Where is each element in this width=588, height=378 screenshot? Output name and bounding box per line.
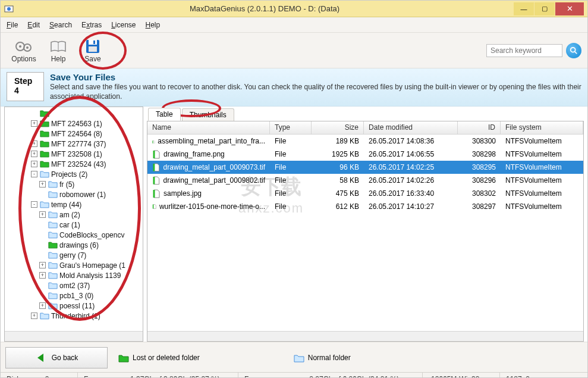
cell-fs: NTFSVolumeItem [501, 163, 583, 171]
folder-blue-icon [40, 201, 49, 208]
tree-node[interactable]: +MFT 232524 (43) [6, 159, 143, 169]
table-header: Name Type Size Date modified ID File sys… [147, 121, 583, 135]
tree-node[interactable]: CodeBlocks_opencv [6, 230, 143, 240]
cell-id: 308300 [458, 137, 501, 145]
maximize-button[interactable] [534, 2, 555, 15]
expand-icon[interactable]: - [31, 201, 37, 208]
cell-fs: NTFSVolumeItem [501, 150, 583, 158]
tree-node[interactable]: +Thunderbird (1) [6, 311, 143, 321]
go-back-button[interactable]: Go back [5, 347, 108, 368]
menu-search[interactable]: Search [45, 18, 77, 32]
table-scrollbar[interactable] [147, 331, 583, 341]
file-icon [152, 163, 161, 172]
tree-node-label: MFT 232508 (1) [51, 150, 102, 158]
tree-node[interactable]: MFT 224564 (8) [6, 129, 143, 139]
legend-normal-label: Normal folder [308, 354, 351, 362]
menu-license[interactable]: License [106, 18, 140, 32]
col-date[interactable]: Date modified [364, 121, 458, 134]
tab-thumbnails[interactable]: Thumbnails [182, 108, 234, 121]
tree-node[interactable]: car (1) [6, 220, 143, 230]
tree-node[interactable]: +Mold Analysis 1139 [6, 270, 143, 280]
expand-icon[interactable]: + [31, 120, 37, 127]
app-icon [4, 4, 14, 14]
status-extra: 1187, 0 [500, 373, 587, 378]
table-row[interactable]: wurlitzer-1015-one-more-time-o...File612… [147, 200, 583, 213]
folder-blue-icon [48, 292, 58, 299]
tree-node-label: car (1) [59, 221, 80, 229]
file-icon [152, 137, 155, 146]
col-fs[interactable]: File system [501, 121, 583, 134]
tree-scrollbar[interactable] [5, 331, 143, 341]
help-button[interactable]: Help [41, 35, 76, 67]
tree-node[interactable]: +Grau's Homepage (1 [6, 260, 143, 270]
folder-blue-icon [40, 170, 49, 178]
table-body: assembling_metal_part_into_fra...File189… [147, 135, 583, 331]
tree-node-label: CodeBlocks_opencv [59, 231, 124, 239]
col-name[interactable]: Name [147, 121, 270, 134]
expand-icon[interactable]: + [39, 262, 46, 268]
file-icon [152, 189, 161, 198]
folder-green-icon [40, 130, 49, 138]
tree-node[interactable]: +MFT 227774 (37) [6, 139, 143, 149]
expand-icon[interactable]: + [39, 302, 46, 309]
file-icon [152, 176, 161, 185]
menu-file[interactable]: File [2, 18, 23, 32]
save-button[interactable]: Save [76, 35, 110, 67]
expand-icon[interactable]: + [39, 211, 46, 218]
table-row[interactable]: assembling_metal_part_into_fra...File189… [147, 135, 583, 148]
table-row[interactable]: drawing_frame.pngFile1925 KB26.05.2017 1… [147, 148, 583, 161]
status-freeswap: Free swap memory: 2,07Gb of 6,06Gb (34,2… [238, 373, 423, 378]
cell-type: File [270, 137, 312, 145]
close-button[interactable] [555, 2, 584, 15]
tree-node[interactable]: +am (2) [6, 210, 143, 220]
col-type[interactable]: Type [270, 121, 312, 134]
tree-node[interactable]: -Projects (2) [6, 169, 143, 179]
tree-node[interactable]: robomower (1) [6, 189, 143, 199]
expand-icon[interactable]: + [31, 313, 37, 319]
tree-node[interactable]: drawings (6) [6, 240, 143, 250]
table-row[interactable]: drawing_metal_part_0009073.tifFile96 KB2… [147, 161, 583, 174]
banner-desc: Select and save the files you want to re… [50, 82, 581, 101]
svg-point-1 [7, 7, 11, 11]
tree-node[interactable]: -temp (44) [6, 199, 143, 210]
tree-node[interactable]: +MFT 224563 (1) [6, 118, 143, 129]
table-row[interactable]: samples.jpgFile475 KB26.05.2017 16:33:40… [147, 187, 583, 200]
cell-name: drawing_metal_part_0009073.tif [163, 163, 265, 171]
tree-node-label: drawings (6) [59, 241, 99, 249]
tree-node[interactable] [6, 108, 143, 118]
expand-icon[interactable]: + [31, 161, 37, 167]
tab-table[interactable]: Table [148, 108, 181, 121]
expand-icon[interactable]: + [39, 272, 46, 279]
tree-node-label: temp (44) [51, 201, 81, 209]
tree-node[interactable]: pcb1_3 (0) [6, 290, 143, 301]
menu-help[interactable]: Help [141, 18, 165, 32]
file-icon [152, 150, 161, 159]
tree-node[interactable]: +MFT 232508 (1) [6, 149, 143, 159]
svg-line-12 [575, 51, 577, 54]
col-id[interactable]: ID [458, 121, 501, 134]
folder-blue-icon [294, 354, 304, 363]
folder-tree[interactable]: +MFT 224563 (1)MFT 224564 (8)+MFT 227774… [4, 107, 143, 342]
search-input[interactable] [486, 44, 562, 57]
col-size[interactable]: Size [312, 121, 364, 134]
help-label: Help [51, 55, 66, 63]
expand-icon[interactable]: + [39, 181, 46, 188]
options-button[interactable]: Options [7, 35, 41, 67]
tree-node-label: fr (5) [59, 180, 74, 189]
minimize-button[interactable] [514, 2, 534, 15]
expand-icon[interactable]: + [31, 140, 37, 147]
menu-extras[interactable]: Extras [77, 18, 106, 32]
tree-node[interactable]: +poessl (11) [6, 301, 143, 311]
expand-icon[interactable]: + [31, 151, 37, 157]
tree-node[interactable]: +fr (5) [6, 179, 143, 189]
tree-node[interactable]: gerry (7) [6, 250, 143, 260]
menu-edit[interactable]: Edit [23, 18, 45, 32]
options-label: Options [11, 55, 36, 63]
titlebar: MaxDataGenius (2.0.1.1) DEMO - D: (Data) [1, 1, 587, 17]
folder-green-icon [40, 110, 49, 117]
folder-green-icon [118, 354, 129, 363]
search-button[interactable] [566, 43, 581, 58]
table-row[interactable]: drawing_metal_part_0009802.tifFile58 KB2… [147, 174, 583, 187]
tree-node[interactable]: omt2 (37) [6, 280, 143, 290]
expand-icon[interactable]: - [31, 171, 37, 177]
